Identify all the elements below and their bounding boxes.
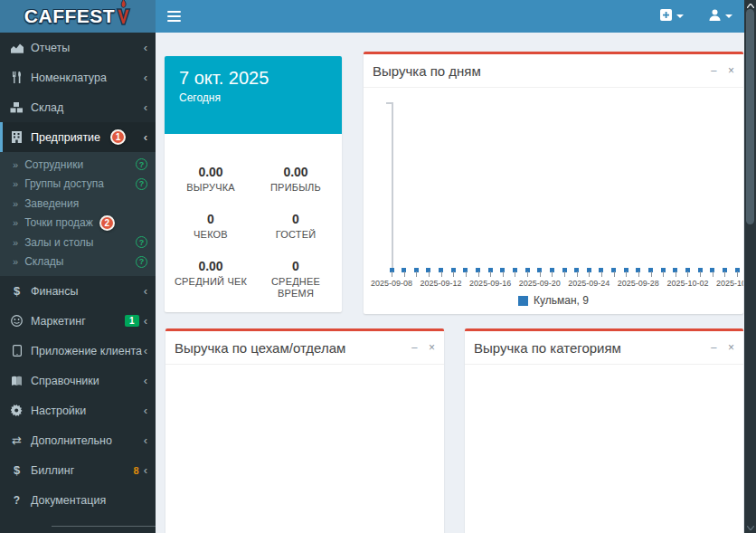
- x-tick: [676, 271, 676, 277]
- x-tick-label: 2025-09-08: [364, 279, 420, 288]
- close-icon[interactable]: ×: [728, 342, 734, 353]
- sidebar-item-settings[interactable]: Настройки‹: [0, 395, 156, 425]
- sidebar-item-client-app[interactable]: Приложение клиента‹: [0, 336, 156, 366]
- vertical-scrollbar: [744, 0, 756, 533]
- stat-value: 0: [253, 212, 338, 226]
- user-menu-dropdown[interactable]: [709, 8, 732, 24]
- stat-cell: 0.00ПРИБЫЛЬ: [253, 165, 338, 194]
- legend-swatch: [518, 296, 528, 306]
- panel-revenue-by-departments: Выручка по цехам/отделам − ×: [165, 328, 444, 533]
- sidebar-item-directories[interactable]: Справочники‹: [0, 366, 156, 395]
- sidebar-submenu: »Сотрудники?»Группы доступа?»Заведения»Т…: [0, 152, 156, 276]
- chevron-left-icon: ‹: [144, 71, 147, 83]
- menu-badge: 1: [125, 315, 139, 327]
- sidebar-item-label: Настройки: [31, 405, 86, 417]
- date-subtitle: Сегодня: [179, 91, 327, 104]
- sidebar-item-label: Приложение клиента: [31, 345, 142, 357]
- sidebar-subitem-label: Заведения: [24, 197, 79, 210]
- stat-value: 0.00: [168, 165, 253, 179]
- x-tick: [713, 271, 713, 277]
- x-tick: [700, 271, 701, 277]
- x-tick: [527, 271, 528, 277]
- hint-badge[interactable]: 1: [110, 129, 126, 145]
- x-tick-label: 2025-09-12: [413, 279, 469, 288]
- help-icon[interactable]: ?: [136, 158, 147, 170]
- x-tick: [515, 271, 515, 277]
- x-tick: [724, 271, 725, 277]
- angle-double-right-icon: »: [13, 178, 18, 189]
- help-icon[interactable]: ?: [136, 178, 147, 190]
- x-tick: [478, 271, 479, 277]
- minimize-icon[interactable]: −: [710, 342, 717, 354]
- sidebar-item-docs[interactable]: ?Документация: [0, 485, 156, 515]
- sidebar-item-label: Предприятие: [31, 131, 100, 144]
- sidebar-subitem-label: Точки продаж: [24, 216, 93, 229]
- stat-label: ЧЕКОВ: [168, 229, 253, 241]
- sidebar-item-extra[interactable]: ⇄Дополнительно‹: [0, 425, 156, 455]
- x-tick: [466, 271, 467, 277]
- today-stats-widget: 7 окт. 2025 Сегодня 0.00ВЫРУЧКА0.00ПРИБЫ…: [165, 56, 342, 312]
- logo-text: CAFFEST: [24, 5, 115, 27]
- top-header: CAFFEST: [0, 0, 756, 33]
- panel-revenue-by-categories: Выручка по категориям − ×: [465, 328, 743, 533]
- quick-add-dropdown[interactable]: [660, 8, 684, 24]
- torch-icon: [116, 0, 131, 31]
- angle-double-right-icon: »: [13, 256, 18, 267]
- cubes-icon: [9, 102, 24, 113]
- hamburger-menu-icon[interactable]: [167, 8, 181, 24]
- sidebar-subitem-label: Склады: [24, 255, 63, 268]
- stat-cell: 0ГОСТЕЙ: [253, 212, 338, 241]
- x-tick: [441, 271, 442, 277]
- sidebar-item-billing[interactable]: $Биллинг8‹: [0, 455, 156, 485]
- panel-revenue-by-days: Выручка по дням − × Кульман, 9 2025-09-0…: [364, 52, 743, 314]
- sidebar-subitem[interactable]: »Заведения: [0, 194, 156, 214]
- help-icon[interactable]: ?: [136, 256, 147, 268]
- sidebar-item-label: Биллинг: [31, 464, 74, 477]
- scroll-down-icon[interactable]: [744, 523, 756, 532]
- chevron-down-icon: [725, 14, 732, 18]
- smiley-icon: [9, 315, 24, 327]
- x-tick-label: 2025-09-28: [610, 279, 666, 288]
- plus-square-icon: [660, 8, 672, 24]
- tablet-icon: [9, 345, 24, 357]
- sidebar-item-enterprise[interactable]: Предприятие1‹: [0, 122, 156, 152]
- close-icon[interactable]: ×: [728, 65, 734, 76]
- x-tick: [540, 271, 541, 277]
- help-icon[interactable]: ?: [136, 236, 147, 248]
- close-icon[interactable]: ×: [429, 342, 435, 353]
- stat-value: 0: [253, 259, 338, 273]
- logo[interactable]: CAFFEST: [0, 0, 156, 33]
- stat-value: 0.00: [168, 259, 253, 273]
- sidebar-item-label: Финансы: [31, 285, 78, 298]
- sidebar-item-label: Дополнительно: [31, 434, 112, 447]
- x-tick-label: 2025-10-06: [709, 279, 743, 288]
- chart-y-axis: [392, 102, 393, 272]
- sidebar-subitem-label: Сотрудники: [24, 158, 83, 171]
- sidebar-divider: [52, 526, 156, 527]
- angle-double-right-icon: »: [13, 237, 18, 248]
- x-tick: [552, 271, 553, 277]
- sidebar-item-label: Номенклатура: [31, 71, 107, 84]
- sidebar-subitem[interactable]: »Точки продаж2: [0, 214, 156, 233]
- panel-title: Выручка по дням: [373, 63, 481, 79]
- chevron-left-icon: ‹: [144, 315, 147, 327]
- panel-title: Выручка по категориям: [474, 340, 621, 356]
- x-tick: [490, 271, 491, 277]
- minimize-icon[interactable]: −: [411, 342, 418, 354]
- date-title: 7 окт. 2025: [179, 68, 327, 89]
- sidebar-item-nomenclature[interactable]: Номенклатура‹: [0, 62, 156, 92]
- minimize-icon[interactable]: −: [710, 65, 717, 77]
- sidebar-subitem[interactable]: »Склады?: [0, 252, 156, 272]
- chevron-left-icon: ‹: [144, 131, 147, 143]
- sidebar-item-marketing[interactable]: Маркетинг1‹: [0, 306, 156, 336]
- hint-badge[interactable]: 2: [99, 215, 115, 231]
- sidebar-item-warehouse[interactable]: Склад‹: [0, 92, 156, 122]
- book-icon: [9, 376, 24, 386]
- scrollbar-thumb[interactable]: [746, 9, 754, 224]
- navbar: [156, 0, 756, 33]
- sidebar-subitem[interactable]: »Залы и столы?: [0, 233, 156, 252]
- sidebar-item-reports[interactable]: Отчеты‹: [0, 33, 156, 62]
- sidebar-subitem[interactable]: »Сотрудники?: [0, 155, 156, 175]
- sidebar-subitem[interactable]: »Группы доступа?: [0, 175, 156, 195]
- sidebar-item-finance[interactable]: $Финансы‹: [0, 276, 156, 306]
